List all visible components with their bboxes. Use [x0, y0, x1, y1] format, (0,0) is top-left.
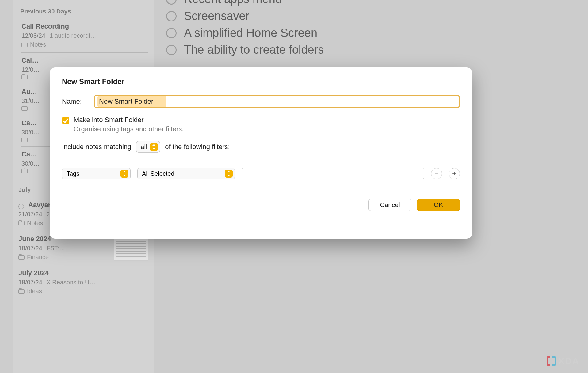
minus-icon: −	[434, 169, 439, 178]
modal-overlay: New Smart Folder Name: Make into Smart F…	[0, 0, 588, 373]
filter-value-input[interactable]	[242, 168, 424, 179]
new-smart-folder-dialog: New Smart Folder Name: Make into Smart F…	[50, 67, 472, 239]
filter-scope-popup[interactable]: All Selected	[137, 168, 235, 179]
updown-icon	[225, 170, 233, 178]
ok-button[interactable]: OK	[417, 199, 460, 211]
filter-row: Tags All Selected − +	[62, 161, 460, 186]
xda-watermark: XDA	[547, 356, 579, 366]
cancel-button[interactable]: Cancel	[368, 199, 411, 211]
folder-name-input[interactable]	[94, 95, 460, 108]
smart-folder-checkbox-label: Make into Smart Folder	[74, 116, 184, 124]
xda-logo-text: XDA	[558, 356, 579, 366]
updown-icon	[120, 170, 128, 178]
xda-logo-icon	[547, 356, 556, 366]
filter-type-popup[interactable]: Tags	[62, 168, 131, 179]
plus-icon: +	[452, 169, 456, 178]
dialog-title: New Smart Folder	[62, 77, 460, 86]
match-suffix-label: of the following filters:	[165, 143, 230, 151]
filter-type-value: Tags	[67, 170, 79, 177]
remove-filter-button[interactable]: −	[431, 168, 442, 179]
updown-icon	[150, 143, 158, 151]
smart-folder-checkbox-sub: Organise using tags and other filters.	[74, 125, 184, 133]
match-mode-value: all	[141, 144, 147, 151]
match-prefix-label: Include notes matching	[62, 143, 131, 151]
smart-folder-checkbox[interactable]	[62, 117, 69, 124]
add-filter-button[interactable]: +	[449, 168, 460, 179]
name-label: Name:	[62, 98, 86, 106]
match-mode-popup[interactable]: all	[136, 141, 160, 153]
filter-scope-value: All Selected	[142, 170, 174, 177]
